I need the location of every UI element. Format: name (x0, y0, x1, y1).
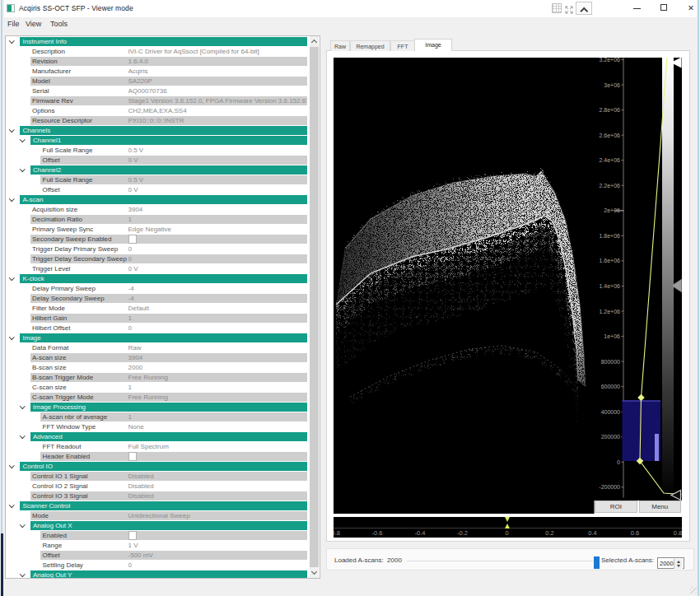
svg-text:1.8e+06: 1.8e+06 (600, 233, 621, 239)
svg-text:600000: 600000 (601, 384, 620, 389)
svg-text:1.2e+06: 1.2e+06 (600, 309, 621, 314)
svg-text:200000: 200000 (601, 434, 620, 440)
svg-text:1.6e+06: 1.6e+06 (600, 258, 621, 263)
svg-text:1e+06: 1e+06 (604, 333, 620, 339)
svg-text:800000: 800000 (601, 359, 620, 365)
svg-text:2.2e+06: 2.2e+06 (600, 183, 621, 189)
svg-text:1.4e+06: 1.4e+06 (600, 283, 621, 289)
svg-text:3e+06: 3e+06 (604, 82, 620, 88)
svg-text:3.2e+06: 3.2e+06 (600, 58, 621, 63)
svg-text:2.8e+06: 2.8e+06 (600, 107, 621, 113)
svg-text:400000: 400000 (601, 409, 620, 415)
svg-text:2.6e+06: 2.6e+06 (600, 133, 621, 138)
svg-text:-200000: -200000 (599, 484, 620, 490)
svg-text:0: 0 (617, 459, 620, 465)
svg-text:2.4e+06: 2.4e+06 (600, 157, 621, 163)
